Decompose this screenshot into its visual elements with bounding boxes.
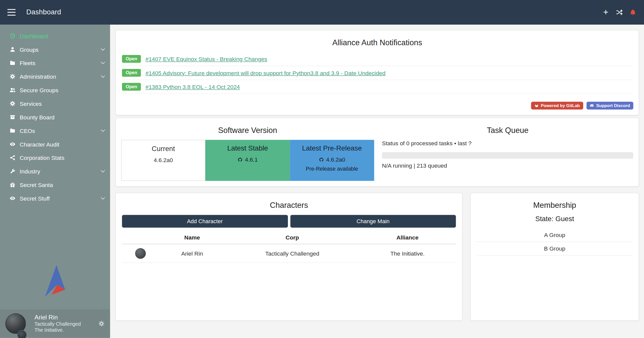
column-header-corp: Corp: [225, 232, 359, 244]
version-current-box: Current 4.6.2a0: [121, 140, 205, 181]
discord-badge[interactable]: Support Discord: [586, 102, 633, 109]
version-stable-box: Latest Stable 4.6.1: [206, 140, 290, 181]
sidebar-item-secure-groups[interactable]: Secure Groups: [0, 83, 110, 97]
task-progress-bar: [382, 152, 633, 159]
notification-item: Open #1383 Python 3.8 EOL - 14 Oct 2024: [121, 80, 633, 94]
task-queue-section: Task Queue Status of 0 processed tasks •…: [374, 123, 633, 181]
notification-link[interactable]: #1405 Advisory: Future development will …: [145, 70, 386, 76]
character-alliance: The Initiative.: [359, 244, 456, 263]
task-queue-title: Task Queue: [382, 126, 633, 135]
prerelease-note: Pre-Release available: [290, 166, 374, 172]
status-badge: Open: [122, 55, 141, 63]
version-prerelease-value: 4.6.2a0: [326, 156, 345, 163]
column-header-name: Name: [159, 232, 225, 244]
character-name: Ariel Rin: [159, 244, 225, 263]
plus-icon[interactable]: +: [602, 9, 610, 16]
gitlab-icon: [534, 104, 539, 108]
add-character-button[interactable]: Add Character: [122, 215, 288, 228]
discord-icon: [590, 104, 594, 108]
sidebar-item-corporation-stats[interactable]: Corporation Stats: [0, 151, 110, 165]
top-navbar: Dashboard +: [0, 0, 644, 25]
notifications-title: Alliance Auth Notifications: [121, 38, 633, 47]
notification-item: Open #1405 Advisory: Future development …: [121, 66, 633, 80]
sidebar-item-character-audit[interactable]: Character Audit: [0, 137, 110, 151]
user-icon: [9, 46, 16, 53]
sidebar-item-label: Dashboard: [20, 33, 48, 39]
shuffle-icon[interactable]: [616, 9, 623, 16]
corp-logo-badge: [17, 330, 27, 338]
task-queue-status: Status of 0 processed tasks • last ?: [382, 140, 633, 147]
gift-icon: [9, 181, 16, 188]
notification-link[interactable]: #1407 EVE Equinox Status - Breaking Chan…: [145, 56, 267, 62]
version-stable-value: 4.6.1: [245, 156, 258, 163]
sidebar-item-label: Industry: [20, 168, 40, 174]
user-corp: Tactically Challenged: [34, 321, 81, 327]
chevron-down-icon: [101, 128, 105, 132]
sidebar-item-ceos[interactable]: CEOs: [0, 124, 110, 137]
github-icon: [319, 157, 324, 162]
status-card: Software Version Current 4.6.2a0 Latest …: [116, 118, 639, 186]
notifications-list: Open #1407 EVE Equinox Status - Breaking…: [121, 52, 633, 94]
wrench-icon: [9, 168, 16, 174]
alliance-logo: [37, 264, 73, 300]
user-panel: Ariel Rin Tactically Challenged The Init…: [0, 309, 110, 338]
sidebar-item-bounty-board[interactable]: Bounty Board: [0, 110, 110, 124]
membership-card: Membership State: Guest A Group B Group: [470, 193, 639, 321]
gitlab-badge[interactable]: Powered by GitLab: [531, 102, 583, 109]
character-corp: Tactically Challenged: [225, 244, 359, 263]
version-stable-label: Latest Stable: [206, 144, 290, 153]
table-row: Ariel Rin Tactically Challenged The Init…: [122, 244, 456, 263]
notifications-card: Alliance Auth Notifications Open #1407 E…: [116, 30, 639, 115]
task-queue-summary: N/A running | 213 queued: [382, 162, 633, 169]
sidebar-item-label: CEOs: [20, 127, 35, 134]
eye-icon: [9, 141, 16, 148]
sidebar-item-label: Secret Stuff: [20, 195, 50, 202]
column-header-alliance: Alliance: [359, 232, 456, 244]
settings-gear-icon[interactable]: [98, 320, 105, 327]
sidebar-item-secret-stuff[interactable]: Secret Stuff: [0, 191, 110, 205]
sidebar-menu: Dashboard Groups Fleets Ad: [0, 25, 110, 205]
gauge-icon: [9, 33, 16, 39]
status-badge: Open: [122, 69, 141, 77]
version-current-value: 4.6.2a0: [154, 157, 173, 163]
folder-icon: [9, 60, 16, 66]
membership-title: Membership: [477, 201, 633, 210]
sidebar-item-label: Services: [20, 100, 42, 107]
chevron-down-icon: [101, 168, 105, 172]
share-icon: [9, 154, 16, 161]
sidebar-item-groups[interactable]: Groups: [0, 43, 110, 56]
sidebar-item-dashboard[interactable]: Dashboard: [0, 29, 110, 43]
chevron-down-icon: [101, 74, 105, 78]
version-prerelease-label: Latest Pre-Release: [290, 144, 374, 153]
sidebar-item-industry[interactable]: Industry: [0, 164, 110, 178]
sidebar-item-label: Fleets: [20, 60, 35, 66]
sidebar-item-secret-santa[interactable]: Secret Santa: [0, 178, 110, 191]
list-item-group: A Group: [477, 228, 633, 242]
users-icon: [9, 87, 16, 93]
bell-icon[interactable]: [629, 9, 636, 16]
sidebar: Dashboard Groups Fleets Ad: [0, 25, 110, 338]
notification-link[interactable]: #1383 Python 3.8 EOL - 14 Oct 2024: [145, 83, 240, 90]
change-main-button[interactable]: Change Main: [290, 215, 456, 228]
version-current-label: Current: [122, 145, 205, 153]
eye-icon: [9, 195, 16, 202]
sidebar-item-administration[interactable]: Administration: [0, 70, 110, 83]
sidebar-item-services[interactable]: Services: [0, 97, 110, 110]
app-root: Dashboard +: [0, 0, 644, 338]
sidebar-item-label: Character Audit: [20, 141, 59, 148]
menu-toggle-icon[interactable]: [7, 9, 16, 16]
gear-icon: [9, 100, 16, 107]
notifications-footer: Powered by GitLab Support Discord: [531, 102, 633, 109]
column-header-avatar: [122, 232, 159, 244]
status-badge: Open: [122, 83, 141, 90]
board-icon: [9, 114, 16, 120]
character-avatar: [135, 248, 145, 259]
characters-title: Characters: [122, 201, 456, 210]
sidebar-item-label: Corporation Stats: [20, 154, 64, 161]
version-prerelease-box: Latest Pre-Release 4.6.2a0 Pre-Release a…: [290, 140, 374, 181]
notification-item: Open #1407 EVE Equinox Status - Breaking…: [121, 52, 633, 66]
sidebar-item-fleets[interactable]: Fleets: [0, 56, 110, 70]
sidebar-item-label: Secure Groups: [20, 87, 58, 93]
gear-icon: [9, 73, 16, 80]
sidebar-item-label: Administration: [20, 73, 56, 80]
